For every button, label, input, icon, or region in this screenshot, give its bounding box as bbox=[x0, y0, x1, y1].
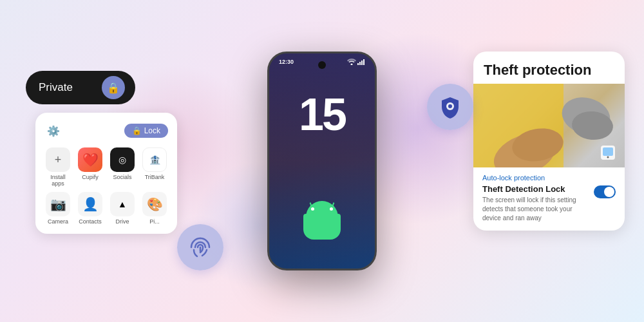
phone-status-bar: 12:30 bbox=[279, 59, 365, 65]
app-grid-card: ⚙️ 🔒 Lock + Install apps ❤️ Cupify ◎ Soc… bbox=[35, 113, 177, 234]
svg-point-15 bbox=[607, 156, 609, 158]
app-label: TriBank bbox=[145, 174, 165, 180]
svg-rect-1 bbox=[357, 63, 359, 65]
socials-icon: ◎ bbox=[110, 147, 135, 172]
app-label: Contacts bbox=[79, 218, 102, 225]
eye-left bbox=[311, 207, 314, 211]
svg-rect-3 bbox=[361, 61, 363, 65]
app-label: Socials bbox=[113, 174, 131, 180]
lock-button[interactable]: 🔒 Lock bbox=[124, 124, 168, 138]
theft-card-text: Theft Detection Lock The screen will loc… bbox=[482, 184, 589, 223]
svg-point-6 bbox=[448, 104, 452, 108]
signal-icon bbox=[357, 59, 365, 65]
cupify-icon: ❤️ bbox=[78, 147, 102, 172]
phone-container: 12:30 15 bbox=[267, 52, 377, 270]
svg-rect-14 bbox=[603, 147, 613, 156]
phone: 12:30 15 bbox=[267, 52, 377, 270]
theft-protection-card: Theft protection Auto-lock protection Th… bbox=[473, 52, 625, 231]
theft-feature-desc: The screen will lock if this setting det… bbox=[482, 196, 589, 223]
theft-card-body: Auto-lock protection Theft Detection Loc… bbox=[473, 167, 625, 231]
contacts-icon: 👤 bbox=[78, 192, 102, 216]
app-label: Drive bbox=[115, 218, 129, 225]
theft-detection-toggle[interactable] bbox=[594, 185, 616, 198]
app-grid-top-bar: ⚙️ 🔒 Lock bbox=[44, 122, 168, 140]
list-item[interactable]: 👤 Contacts bbox=[77, 192, 104, 225]
fingerprint-bubble[interactable] bbox=[177, 224, 223, 270]
toggle-knob bbox=[604, 187, 614, 197]
status-icons bbox=[347, 59, 365, 65]
eye-right bbox=[330, 207, 333, 211]
theft-illustration bbox=[473, 84, 625, 167]
svg-point-0 bbox=[351, 64, 353, 66]
theft-card-title: Theft protection bbox=[473, 52, 625, 84]
theft-card-image bbox=[473, 84, 625, 167]
app-label: Cupify bbox=[82, 174, 99, 180]
svg-rect-2 bbox=[359, 62, 361, 65]
list-item[interactable]: ❤️ Cupify bbox=[77, 147, 104, 187]
status-time: 12:30 bbox=[279, 59, 294, 65]
shield-icon bbox=[438, 95, 462, 119]
app-label: Install apps bbox=[44, 174, 71, 187]
svg-rect-4 bbox=[363, 59, 365, 65]
private-card: Private 🔒 bbox=[26, 71, 135, 104]
theft-toggle-row: Theft Detection Lock The screen will loc… bbox=[482, 184, 616, 223]
wifi-icon bbox=[347, 59, 356, 65]
lock-icon-small: 🔒 bbox=[132, 126, 142, 135]
private-pill[interactable]: Private 🔒 bbox=[26, 71, 135, 104]
list-item[interactable]: 🏦 TriBank bbox=[141, 147, 168, 187]
camera-icon: 📷 bbox=[46, 192, 70, 216]
shield-bubble bbox=[427, 84, 473, 130]
list-item[interactable]: ▲ Drive bbox=[109, 192, 136, 225]
lock-icon: 🔒 bbox=[102, 76, 125, 99]
list-item[interactable]: ◎ Socials bbox=[109, 147, 136, 187]
list-item[interactable]: + Install apps bbox=[44, 147, 71, 187]
app-label: Pi... bbox=[149, 218, 160, 225]
lock-label: Lock bbox=[144, 126, 160, 135]
app-grid: + Install apps ❤️ Cupify ◎ Socials 🏦 Tri… bbox=[44, 147, 168, 225]
android-mascot bbox=[296, 198, 348, 246]
photos-icon: 🎨 bbox=[142, 192, 167, 216]
android-body bbox=[303, 214, 341, 240]
list-item[interactable]: 🎨 Pi... bbox=[141, 192, 168, 225]
fingerprint-icon bbox=[189, 236, 212, 259]
install-apps-icon: + bbox=[46, 147, 70, 172]
theft-card-subtitle: Auto-lock protection bbox=[482, 174, 616, 182]
theft-feature-title: Theft Detection Lock bbox=[482, 184, 589, 194]
private-label: Private bbox=[39, 81, 94, 94]
list-item[interactable]: 📷 Camera bbox=[44, 192, 71, 225]
drive-icon: ▲ bbox=[110, 192, 135, 216]
tribank-icon: 🏦 bbox=[142, 147, 167, 172]
app-label: Camera bbox=[48, 218, 68, 225]
phone-number: 15 bbox=[299, 89, 345, 140]
gear-icon[interactable]: ⚙️ bbox=[44, 122, 62, 140]
